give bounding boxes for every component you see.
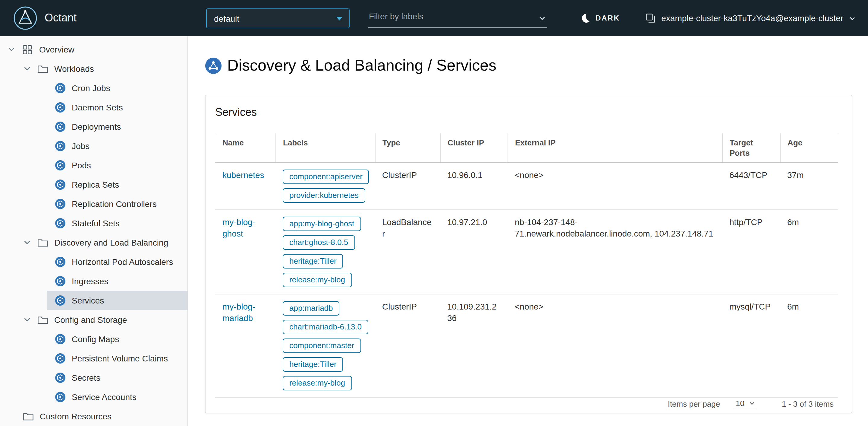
age-cell: 6m: [780, 210, 838, 294]
sidebar-item-config-and-storage[interactable]: Config and Storage: [0, 310, 187, 330]
label-badge: heritage:Tiller: [283, 357, 343, 372]
sidebar-item-overview[interactable]: Overview: [0, 40, 187, 59]
sidebar-item-stateful-sets[interactable]: Stateful Sets: [47, 214, 187, 233]
sidebar-item-persistent-volume-claims[interactable]: Persistent Volume Claims: [47, 349, 187, 368]
sidebar-item-label: Ingresses: [72, 276, 108, 286]
namespace-select[interactable]: default: [206, 8, 350, 28]
sidebar-item-replication-controllers[interactable]: Replication Controllers: [47, 194, 187, 214]
labels-cell: app:mariadbchart:mariadb-6.13.0component…: [276, 294, 375, 397]
horizontal-pod-autoscalers-icon: [55, 256, 66, 267]
type-cell: LoadBalancer: [375, 210, 440, 294]
jobs-icon: [55, 141, 66, 151]
column-header-type: Type: [375, 133, 440, 163]
sidebar-item-horizontal-pod-autoscalers[interactable]: Horizontal Pod Autoscalers: [47, 252, 187, 272]
sidebar-item-replica-sets[interactable]: Replica Sets: [47, 175, 187, 194]
context-selector[interactable]: example-cluster-ka3TuTzYo4a@example-clus…: [645, 13, 856, 24]
external-ip-cell: <none>: [507, 294, 722, 397]
service-link[interactable]: kubernetes: [222, 170, 264, 180]
folder-icon: [23, 412, 34, 421]
sidebar-item-label: Replication Controllers: [72, 199, 157, 209]
name-cell: kubernetes: [215, 163, 276, 210]
sidebar-item-custom-resources[interactable]: Custom Resources: [0, 407, 187, 426]
name-cell: my-blog-ghost: [215, 210, 276, 294]
items-per-page-select[interactable]: 10: [733, 398, 756, 410]
overview-icon: [22, 44, 33, 55]
header: Octant default DARK example-c: [0, 0, 868, 36]
target-ports-cell: 6443/TCP: [722, 163, 780, 210]
sidebar-item-deployments[interactable]: Deployments: [47, 117, 187, 136]
service-accounts-icon: [55, 392, 66, 402]
sidebar-item-label: Config Maps: [72, 334, 119, 344]
label-list: app:mariadbchart:mariadb-6.13.0component…: [283, 301, 368, 390]
folder-icon: [37, 238, 48, 247]
config-maps-icon: [55, 334, 66, 344]
sidebar-item-cron-jobs[interactable]: Cron Jobs: [47, 79, 187, 98]
services-icon: [55, 295, 66, 306]
sidebar-item-label: Jobs: [72, 141, 90, 151]
pods-icon: [55, 160, 66, 171]
context-name: example-cluster-ka3TuTzYo4a@example-clus…: [661, 13, 843, 23]
table-row: kubernetescomponent:apiserverprovider:ku…: [215, 163, 838, 210]
target-ports-cell: mysql/TCP: [722, 294, 780, 397]
sidebar-item-secrets[interactable]: Secrets: [47, 368, 187, 388]
secrets-icon: [55, 372, 66, 383]
label-badge: app:mariadb: [283, 301, 340, 316]
external-ip-cell: <none>: [507, 163, 722, 210]
column-header-labels: Labels: [276, 133, 375, 163]
sidebar-item-label: Service Accounts: [72, 392, 136, 402]
services-table-head-row: NameLabelsTypeCluster IPExternal IPTarge…: [215, 133, 838, 163]
octant-logo-icon: [13, 6, 37, 30]
label-badge: chart:mariadb-6.13.0: [283, 320, 368, 334]
discovery-load-balancing-icon: [205, 57, 222, 74]
deployments-icon: [55, 121, 66, 132]
services-card: Services NameLabelsTypeCluster IPExterna…: [205, 95, 852, 413]
chevron-down-icon: [23, 316, 31, 324]
sidebar-item-service-accounts[interactable]: Service Accounts: [47, 388, 187, 407]
app-title: Octant: [44, 12, 76, 24]
namespace-select-value: default: [214, 13, 239, 23]
services-table: NameLabelsTypeCluster IPExternal IPTarge…: [215, 133, 838, 398]
type-cell: ClusterIP: [375, 294, 440, 397]
age-cell: 6m: [780, 294, 838, 397]
sidebar-item-jobs[interactable]: Jobs: [47, 136, 187, 156]
sidebar-item-pods[interactable]: Pods: [47, 156, 187, 175]
sidebar-item-ingresses[interactable]: Ingresses: [47, 272, 187, 291]
table-wrap: NameLabelsTypeCluster IPExternal IPTarge…: [215, 133, 842, 398]
sidebar-item-label: Overview: [39, 45, 74, 54]
label-badge: provider:kubernetes: [283, 188, 365, 203]
sidebar-item-label: Deployments: [72, 122, 121, 132]
sidebar-item-services[interactable]: Services: [47, 291, 187, 310]
age-cell: 37m: [780, 163, 838, 210]
theme-toggle[interactable]: DARK: [580, 13, 620, 24]
sidebar-item-label: Persistent Volume Claims: [72, 353, 168, 363]
filter-chevron-down-icon[interactable]: [538, 15, 546, 22]
cron-jobs-icon: [55, 83, 66, 93]
sidebar-item-workloads[interactable]: Workloads: [0, 59, 187, 79]
service-link[interactable]: my-blog-mariadb: [222, 302, 255, 323]
labels-cell: component:apiserverprovider:kubernetes: [276, 163, 375, 210]
main-content: Discovery & Load Balancing / Services Se…: [189, 36, 868, 426]
sidebar-item-daemon-sets[interactable]: Daemon Sets: [47, 98, 187, 117]
sidebar-item-label: Stateful Sets: [72, 219, 120, 228]
column-header-external-ip: External IP: [507, 133, 722, 163]
label-badge: release:my-blog: [283, 376, 352, 390]
service-link[interactable]: my-blog-ghost: [222, 217, 255, 238]
label-badge: heritage:Tiller: [283, 254, 343, 268]
label-badge: component:apiserver: [283, 170, 369, 184]
persistent-volume-claims-icon: [55, 353, 66, 364]
theme-toggle-label: DARK: [595, 14, 620, 22]
sidebar-item-label: Pods: [72, 161, 91, 170]
sidebar-item-label: Workloads: [54, 64, 94, 74]
sidebar: OverviewWorkloadsCron JobsDaemon SetsDep…: [0, 36, 188, 426]
table-row: my-blog-ghostapp:my-blog-ghostchart:ghos…: [215, 210, 838, 294]
replication-controllers-icon: [55, 199, 66, 209]
sidebar-item-config-maps[interactable]: Config Maps: [47, 330, 187, 349]
sidebar-item-discovery-and-load-balancing[interactable]: Discovery and Load Balancing: [0, 233, 187, 252]
sidebar-item-label: Replica Sets: [72, 180, 119, 190]
folder-icon: [37, 315, 48, 324]
chevron-down-icon: [23, 238, 31, 247]
label-list: component:apiserverprovider:kubernetes: [283, 170, 368, 203]
card-title: Services: [206, 95, 852, 119]
label-filter-input[interactable]: [368, 8, 547, 27]
cluster-ip-cell: 10.96.0.1: [440, 163, 507, 210]
